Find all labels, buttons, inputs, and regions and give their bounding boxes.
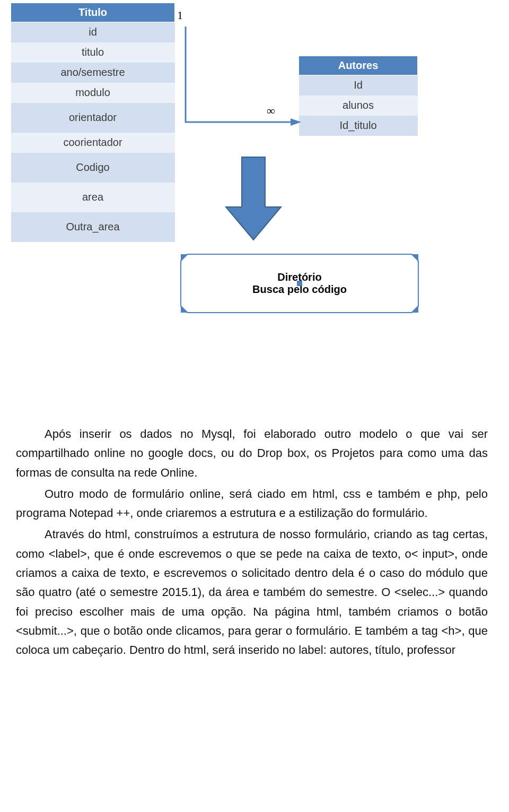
- titulo-row: Codigo: [11, 153, 175, 183]
- autores-row: Id_titulo: [299, 116, 418, 136]
- autores-row: Id: [299, 75, 418, 96]
- titulo-row: modulo: [11, 83, 175, 103]
- directory-box: Diretório Busca pelo código: [180, 254, 419, 313]
- body-text: Após inserir os dados no Mysql, foi elab…: [16, 425, 488, 660]
- entity-table-titulo: Titulo id titulo ano/semestre modulo ori…: [11, 3, 175, 242]
- paragraph: Outro modo de formulário online, será ci…: [16, 485, 488, 523]
- svg-marker-0: [291, 118, 301, 126]
- titulo-row: ano/semestre: [11, 63, 175, 83]
- titulo-row: coorientador: [11, 133, 175, 153]
- relationship-connector: [175, 11, 302, 143]
- titulo-row: orientador: [11, 103, 175, 133]
- entity-table-autores: Autores Id alunos Id_titulo: [299, 56, 418, 136]
- titulo-row: titulo: [11, 42, 175, 63]
- directory-subtitle: Busca pelo código: [252, 283, 347, 296]
- titulo-row: area: [11, 183, 175, 212]
- directory-title: Diretório: [277, 271, 321, 283]
- entity-header-autores: Autores: [299, 56, 418, 75]
- titulo-row: Outra_area: [11, 212, 175, 242]
- er-diagram: Titulo id titulo ano/semestre modulo ori…: [0, 0, 509, 350]
- entity-header-titulo: Titulo: [11, 3, 175, 22]
- arrow-down-icon: [222, 154, 285, 244]
- paragraph: Através do html, construímos a estrutura…: [16, 525, 488, 660]
- titulo-row: id: [11, 22, 175, 42]
- paragraph: Após inserir os dados no Mysql, foi elab…: [16, 425, 488, 482]
- autores-row: alunos: [299, 96, 418, 116]
